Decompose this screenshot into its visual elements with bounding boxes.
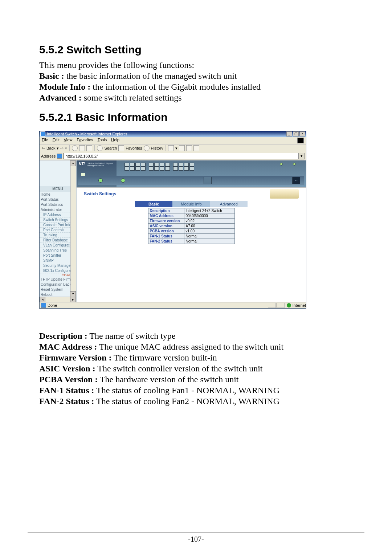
scroll-track[interactable] — [70, 166, 76, 292]
maximize-button[interactable]: ▢ — [293, 131, 299, 137]
back-dd-icon[interactable]: ▾ — [57, 146, 59, 151]
row-value: v1.00 — [184, 229, 234, 234]
def-row: ASIC Version : The switch controller ver… — [39, 363, 353, 374]
module-slot-icon: • • — [292, 177, 300, 184]
address-input[interactable]: http://192.168.0.2/ — [64, 153, 299, 159]
row-value: Intelligent 24+2 Switch — [184, 208, 234, 213]
row-label: PCBA version — [148, 229, 184, 234]
forward-arrow-icon[interactable]: ⇨ — [60, 146, 64, 151]
page-icon — [57, 154, 62, 159]
def-row: MAC Address : The unique MAC address ass… — [39, 341, 353, 352]
menu-bar: File Edit View Favorites Tools Help — [40, 137, 306, 144]
def-row: Description : The name of switch type — [39, 330, 353, 341]
history-button[interactable]: History — [151, 146, 163, 150]
refresh-icon[interactable] — [79, 145, 85, 151]
table-row: FAN-2 StatusNormal — [148, 239, 234, 244]
module-slot-icon — [204, 177, 212, 184]
print-icon[interactable] — [179, 145, 185, 151]
back-button[interactable]: Back — [46, 146, 55, 150]
switch-port — [141, 163, 146, 171]
minimize-button[interactable]: _ — [286, 131, 292, 137]
address-bar: Address http://192.168.0.2/ ▾ — [40, 152, 306, 160]
switch-port — [124, 163, 129, 171]
internet-zone-icon — [287, 303, 291, 307]
search-icon[interactable] — [97, 145, 103, 151]
scroll-up-icon[interactable]: ▴ — [70, 160, 76, 166]
content-pane: KTI 24 Port 10/100 + 2 Gigabit Intellige… — [77, 160, 306, 302]
row-label: Firmware version — [148, 219, 184, 224]
ie-icon — [40, 131, 45, 137]
switch-front-panel: KTI 24 Port 10/100 + 2 Gigabit Intellige… — [77, 160, 306, 188]
address-dropdown-icon[interactable]: ▾ — [299, 153, 305, 159]
switch-status-row: • • — [78, 176, 304, 185]
mail-icon[interactable] — [168, 145, 174, 151]
menu-help[interactable]: Help — [111, 138, 119, 143]
intro-item-advanced: Advanced : some switch related settings — [39, 92, 353, 103]
switch-port — [189, 163, 194, 171]
intro-line: This menu provides the following functio… — [39, 60, 353, 70]
switch-port — [149, 163, 154, 171]
switch-port — [154, 163, 159, 171]
hscroll-left-icon[interactable]: ◂ — [40, 297, 45, 302]
section-heading-basic-info: 5.5.2.1 Basic Information — [39, 111, 353, 123]
tab-basic[interactable]: Basic — [135, 201, 172, 207]
menu-edit[interactable]: Edit — [53, 138, 60, 143]
table-row: Firmware versionv0.92 — [148, 219, 234, 224]
module-led-icon — [280, 163, 283, 166]
menu-favorites[interactable]: Favorites — [77, 138, 93, 143]
home-icon[interactable] — [86, 145, 92, 151]
tabs: Basic Module Info Advanced — [135, 201, 248, 207]
forward-dd-icon[interactable]: ▾ — [65, 146, 67, 151]
page-title: Switch Settings — [84, 191, 116, 196]
title-bar: Intelligent Switch - Microsoft Internet … — [40, 131, 306, 137]
history-icon[interactable] — [144, 145, 150, 151]
switch-port — [184, 163, 189, 171]
ie-logo-icon — [297, 138, 304, 143]
favorites-button[interactable]: Favorites — [126, 146, 142, 150]
row-value: Normal — [184, 234, 234, 239]
edit-icon[interactable] — [186, 145, 192, 151]
basic-info-table: DescriptionIntelligent 24+2 Switch MAC A… — [148, 208, 235, 244]
sidebar: ▴ ▾ MENU Home Port Status Port Statistic… — [40, 160, 77, 302]
stop-icon[interactable] — [72, 145, 78, 151]
module-led-icon — [293, 163, 296, 166]
switch-port — [130, 163, 135, 171]
menu-view[interactable]: View — [64, 138, 73, 143]
switch-port — [179, 163, 183, 171]
menu-tools[interactable]: Tools — [98, 138, 107, 143]
status-text: Done — [48, 303, 268, 307]
status-led-icon — [98, 178, 103, 183]
switch-port — [160, 163, 164, 171]
favorites-icon[interactable] — [118, 145, 124, 151]
menu-file[interactable]: File — [42, 138, 48, 143]
status-segment — [268, 303, 276, 308]
status-bar: Done Internet — [40, 302, 306, 308]
close-button[interactable]: × — [299, 131, 305, 137]
hscroll-right-icon[interactable]: ▸ — [70, 297, 76, 302]
intro-block: This menu provides the following functio… — [39, 60, 353, 103]
zone-label: Internet — [293, 303, 306, 307]
scroll-down-icon[interactable]: ▾ — [70, 291, 76, 297]
mail-dd-icon[interactable]: ▾ — [175, 146, 177, 151]
row-value: 0040f6fb0000 — [184, 213, 234, 219]
tab-advanced[interactable]: Advanced — [210, 201, 248, 207]
back-arrow-icon[interactable]: ⇦ — [42, 146, 45, 151]
table-row: ASIC versionA7.00 — [148, 224, 234, 229]
row-label: Description — [148, 208, 184, 213]
status-segment — [277, 303, 285, 308]
tab-module-info[interactable]: Module Info — [172, 201, 210, 207]
table-row: MAC Address0040f6fb0000 — [148, 213, 234, 219]
row-label: MAC Address — [148, 213, 184, 219]
discuss-icon[interactable] — [193, 145, 199, 151]
status-led-icon — [121, 178, 125, 183]
footer-rule — [28, 533, 365, 533]
window-title: Intelligent Switch - Microsoft Internet … — [47, 132, 286, 136]
toolbar-separator — [69, 145, 70, 151]
search-button[interactable]: Search — [104, 146, 117, 150]
intro-item-basic: Basic : the basic information of the man… — [39, 70, 353, 81]
toolbar-separator — [94, 145, 95, 151]
row-label: FAN-1 Status — [148, 234, 184, 239]
switch-port — [165, 163, 170, 171]
row-value: A7.00 — [184, 224, 234, 229]
row-value: Normal — [184, 239, 234, 244]
